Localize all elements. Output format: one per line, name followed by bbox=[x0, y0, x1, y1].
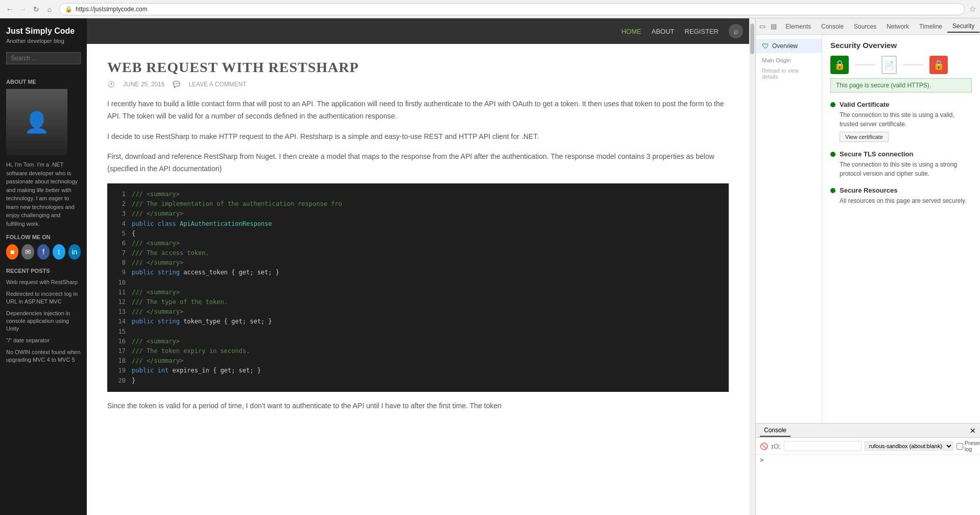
devtools-body: 🛡 Overview Main Origin Reload to view de… bbox=[756, 35, 980, 423]
reload-text: Reload to view details bbox=[756, 67, 822, 80]
list-item: Web request with RestSharp bbox=[6, 278, 81, 286]
shield-icon: 🛡 bbox=[762, 42, 769, 50]
bio-text: Hi, I'm Tom. I'm a .NET software develop… bbox=[6, 160, 81, 228]
bookmark-button[interactable]: ☆ bbox=[969, 4, 976, 14]
security-item-resources: Secure Resources All resources on this p… bbox=[830, 186, 972, 205]
console-prompt: > bbox=[760, 457, 976, 464]
recent-post-link[interactable]: Redirected to incorrect log in URL in AS… bbox=[6, 291, 78, 305]
preserve-log-checkbox[interactable] bbox=[957, 443, 963, 450]
search-input[interactable] bbox=[6, 52, 81, 64]
list-item: Redirected to incorrect log in URL in AS… bbox=[6, 290, 81, 305]
origin-icons: 🔒 📄 🔒 bbox=[830, 56, 972, 74]
email-icon[interactable]: ✉ bbox=[21, 244, 34, 260]
console-clear-button[interactable]: 🚫 bbox=[760, 442, 768, 450]
preserve-log-label: Preserve log bbox=[957, 440, 980, 452]
nav-home[interactable]: HOME bbox=[622, 28, 641, 35]
article-body: I recently have to build a little contac… bbox=[107, 98, 729, 412]
devtools-icons: ▭ ▤ bbox=[758, 22, 778, 30]
forward-button[interactable]: → bbox=[17, 4, 29, 15]
back-button[interactable]: ← bbox=[4, 4, 15, 15]
devtools-dock-btn[interactable]: ▭ bbox=[758, 22, 767, 30]
green-dot-tls-icon bbox=[830, 152, 835, 157]
leave-comment-link[interactable]: LEAVE A COMMENT bbox=[188, 81, 246, 88]
about-me-title: ABOUT ME bbox=[6, 79, 81, 85]
devtools-panel: ▭ ▤ Elements Console Sources Network Tim… bbox=[755, 18, 980, 515]
website-area: Just Simply Code Another developer blog … bbox=[0, 18, 755, 515]
twitter-icon[interactable]: t bbox=[53, 244, 65, 260]
console-filter-button[interactable]: ɪO; bbox=[771, 442, 781, 450]
tab-security[interactable]: Security bbox=[947, 20, 979, 33]
context-selector[interactable]: rufous-sandbox (about:blank) bbox=[865, 441, 953, 451]
security-item-certificate: Valid Certificate The connection to this… bbox=[830, 101, 972, 142]
console-filter-input[interactable] bbox=[784, 441, 862, 451]
article-paragraph: I decide to use RestSharp to make HTTP r… bbox=[107, 131, 729, 143]
article-title: WEB REQUEST WITH RESTSHARP bbox=[107, 59, 729, 76]
article-meta: 🕐 JUNE 25, 2016 💬 LEAVE A COMMENT bbox=[107, 81, 729, 88]
facebook-icon[interactable]: f bbox=[37, 244, 50, 260]
green-dot-resources-icon bbox=[830, 188, 835, 193]
main-layout: Just Simply Code Another developer blog … bbox=[0, 18, 980, 515]
console-tab-bar: Console ✕ bbox=[756, 424, 980, 438]
page-scrollbar[interactable] bbox=[749, 18, 755, 515]
rss-icon[interactable]: ■ bbox=[6, 244, 18, 260]
browser-chrome: ← → ↻ ⌂ 🔒 https://justsimplycode.com ☆ bbox=[0, 0, 980, 18]
reload-button[interactable]: ↻ bbox=[31, 4, 42, 15]
search-nav-button[interactable]: ⌕ bbox=[729, 24, 743, 38]
home-button[interactable]: ⌂ bbox=[44, 4, 55, 15]
linkedin-icon[interactable]: in bbox=[68, 244, 81, 260]
recent-post-link[interactable]: Dependencies injection in console applic… bbox=[6, 310, 70, 332]
social-icons: ■ ✉ f t in bbox=[6, 244, 81, 260]
avatar: 👤 bbox=[6, 89, 67, 155]
clock-icon: 🕐 bbox=[107, 81, 115, 88]
valid-cert-desc: The connection to this site is using a v… bbox=[840, 110, 972, 129]
scrollbar-thumb bbox=[750, 24, 754, 54]
warn-lock-icon: 🔒 bbox=[929, 56, 948, 74]
security-item-resources-header: Secure Resources bbox=[830, 186, 972, 194]
valid-cert-title: Valid Certificate bbox=[840, 101, 890, 108]
devtools-undock-btn[interactable]: ▤ bbox=[769, 22, 778, 30]
recent-post-link[interactable]: Web request with RestSharp bbox=[6, 279, 78, 285]
content-wrapper: HOME ABOUT REGISTER ⌕ WEB REQUEST WITH R… bbox=[87, 18, 749, 515]
devtools-sidebar: 🛡 Overview Main Origin Reload to view de… bbox=[756, 35, 822, 423]
address-bar[interactable]: 🔒 https://justsimplycode.com bbox=[59, 3, 965, 15]
recent-post-link[interactable]: "/" date separator bbox=[6, 337, 50, 343]
nav-about[interactable]: ABOUT bbox=[652, 28, 675, 35]
nav-register[interactable]: REGISTER bbox=[685, 28, 719, 35]
document-icon: 📄 bbox=[881, 56, 897, 74]
origin-line bbox=[855, 64, 875, 65]
console-close-button[interactable]: ✕ bbox=[970, 427, 976, 435]
devtools-tabs: ▭ ▤ Elements Console Sources Network Tim… bbox=[756, 18, 980, 35]
green-dot-icon bbox=[830, 102, 835, 107]
avatar-image: 👤 bbox=[6, 89, 67, 155]
origin-line-2 bbox=[903, 64, 923, 65]
sidebar-item-overview[interactable]: 🛡 Overview bbox=[756, 39, 822, 53]
recent-posts-title: RECENT POSTS bbox=[6, 268, 81, 274]
site-tagline: Another developer blog bbox=[6, 38, 81, 44]
content-body: WEB REQUEST WITH RESTSHARP 🕐 JUNE 25, 20… bbox=[87, 44, 749, 515]
console-toolbar: 🚫 ɪO; rufous-sandbox (about:blank) Prese… bbox=[756, 438, 980, 455]
tab-timeline[interactable]: Timeline bbox=[914, 21, 947, 32]
console-tab[interactable]: Console bbox=[760, 425, 791, 437]
list-item: No OWIN context found when upgrading MVC… bbox=[6, 348, 81, 363]
code-block: 1/// <summary> 2/// The implementation o… bbox=[107, 183, 729, 392]
overview-nav-label: Overview bbox=[772, 42, 798, 50]
preserve-log-text: Preserve log bbox=[965, 440, 980, 452]
tab-network[interactable]: Network bbox=[881, 21, 914, 32]
security-item-tls-header: Secure TLS connection bbox=[830, 150, 972, 158]
security-item-tls: Secure TLS connection The connection to … bbox=[830, 150, 972, 178]
console-body: > bbox=[756, 455, 980, 515]
tab-sources[interactable]: Sources bbox=[849, 21, 881, 32]
resources-desc: All resources on this page are served se… bbox=[840, 196, 972, 205]
article-paragraph: I recently have to build a little contac… bbox=[107, 98, 729, 123]
security-overview-title: Security Overview bbox=[830, 41, 972, 50]
tls-title: Secure TLS connection bbox=[840, 150, 913, 158]
devtools-console-bar: Console ✕ 🚫 ɪO; rufous-sandbox (about:bl… bbox=[756, 423, 980, 515]
tab-console[interactable]: Console bbox=[816, 21, 849, 32]
url-text: https://justsimplycode.com bbox=[76, 6, 148, 13]
recent-post-link[interactable]: No OWIN context found when upgrading MVC… bbox=[6, 349, 81, 363]
tab-elements[interactable]: Elements bbox=[780, 21, 816, 32]
main-origin-label: Main Origin bbox=[756, 53, 822, 67]
website-sidebar: Just Simply Code Another developer blog … bbox=[0, 18, 87, 515]
view-certificate-button[interactable]: View certificate bbox=[840, 132, 889, 142]
follow-me-title: FOLLOW ME ON bbox=[6, 234, 81, 240]
